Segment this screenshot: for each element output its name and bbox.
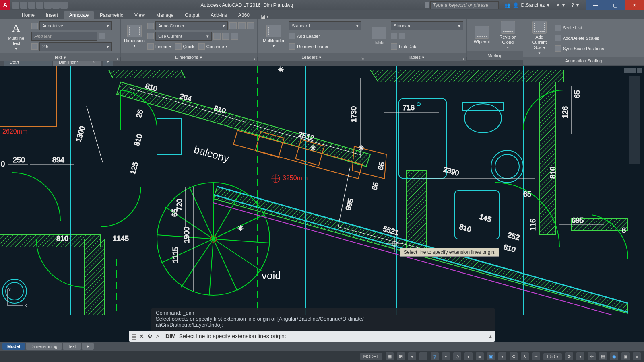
qat-print-icon[interactable] [44, 2, 52, 9]
ribbon-minimize-button[interactable]: ◪ ▾ [261, 14, 269, 19]
tab-output[interactable]: Output [179, 11, 205, 19]
link-data-button[interactable]: Link Data [399, 44, 417, 49]
drag-handle-icon[interactable] [132, 333, 136, 340]
layout-tab-text[interactable]: Text [63, 343, 80, 350]
dim-override-1-button[interactable] [229, 22, 237, 29]
use-current-dropdown[interactable]: Use Current▾ [155, 32, 212, 41]
exchange-apps[interactable]: ✕▾ [553, 2, 568, 8]
isolate-icon[interactable]: ✢ [588, 352, 596, 360]
cycling-icon[interactable]: ⟲ [510, 352, 518, 360]
anno-scale-icon[interactable]: ⅄ [521, 352, 529, 360]
dim-break-button[interactable] [213, 33, 221, 40]
gear-icon[interactable]: ⚙ [565, 352, 573, 360]
osnap-icon[interactable]: ◇ [453, 352, 461, 360]
continue-button[interactable]: Continue [206, 44, 224, 49]
lineweight-icon[interactable]: ≡ [476, 352, 484, 360]
recent-commands-icon[interactable]: ⚙ [147, 333, 153, 339]
anno-visibility-icon[interactable]: ✳ [532, 352, 540, 360]
minimize-button[interactable]: — [586, 0, 605, 10]
dim-jog-button[interactable] [231, 33, 238, 40]
dim-override-3-button[interactable] [247, 22, 254, 29]
linear-button[interactable]: Linear [155, 44, 168, 49]
panel-title-text[interactable]: Text▼↘ [0, 53, 120, 61]
layout-tab-model[interactable]: Model [2, 343, 25, 350]
add-delete-scales-button[interactable]: Add/Delete Scales [563, 36, 599, 41]
help-icon: ? [571, 2, 574, 8]
hardware-accel-icon[interactable]: ▤ [599, 352, 607, 360]
tab-addins[interactable]: Add-ins [205, 11, 233, 19]
extract-data-button[interactable] [391, 33, 397, 39]
app-logo[interactable]: A [0, 0, 10, 10]
qat-redo-icon[interactable] [60, 2, 68, 9]
quick-button[interactable]: Quick [183, 44, 194, 49]
qat-new-icon[interactable] [12, 2, 19, 9]
dim-override-2-button[interactable] [238, 22, 246, 29]
qat-save-icon[interactable] [28, 2, 35, 9]
tab-manage[interactable]: Manage [151, 11, 179, 19]
transparency-icon[interactable]: ▣ [487, 352, 495, 360]
panel-title-dimensions[interactable]: Dimensions▼↘ [121, 53, 257, 61]
close-button[interactable]: ✕ [625, 0, 644, 10]
units-icon[interactable]: ◉ [610, 352, 618, 360]
dim-space-button[interactable] [222, 33, 229, 40]
wipeout-button[interactable]: Wipeout [470, 26, 494, 45]
dimension-button[interactable]: Dimension ▼ [124, 25, 145, 48]
panel-title-leaders[interactable]: Leaders▼↘ [258, 53, 366, 61]
svg-text:810: 810 [549, 167, 557, 179]
qat-open-icon[interactable] [20, 2, 27, 9]
search-icon[interactable] [99, 33, 105, 39]
chevron-down-icon[interactable]: ▾ [576, 352, 584, 360]
sync-scale-button[interactable]: Sync Scale Positions [563, 46, 604, 51]
chevron-down-icon[interactable]: ▾ [498, 352, 506, 360]
svg-text:695: 695 [572, 216, 584, 224]
clean-screen-icon[interactable]: ▣ [621, 352, 630, 360]
layout-tab-dimensioning[interactable]: Dimensioning [26, 343, 62, 350]
panel-title-tables[interactable]: Tables▼↘ [366, 53, 466, 61]
tab-annotate[interactable]: Annotate [64, 11, 94, 19]
qat-saveas-icon[interactable] [36, 2, 43, 9]
dimstyle-dropdown[interactable]: Anno Courier▾ [155, 21, 228, 30]
chevron-down-icon[interactable]: ▾ [464, 352, 473, 360]
command-line[interactable]: ✕ ⚙ >_ DIM Select line to specify extens… [129, 331, 495, 342]
chevron-up-icon[interactable]: ▴ [489, 333, 492, 339]
tab-view[interactable]: View [129, 11, 151, 19]
svg-marker-9 [407, 171, 427, 255]
qat-undo-icon[interactable] [52, 2, 60, 9]
add-leader-button[interactable]: Add Leader [297, 34, 320, 39]
text-height-dropdown[interactable]: 2.5▾ [39, 42, 112, 51]
add-current-scale-button[interactable]: Add Current Scale▼ [526, 21, 552, 55]
revision-cloud-button[interactable]: Revision Cloud▼ [496, 21, 520, 50]
grid-icon[interactable]: ▦ [386, 352, 394, 360]
scale-list-button[interactable]: Scale List [563, 25, 582, 30]
table-button[interactable]: Table [369, 27, 388, 45]
leader-style-dropdown[interactable]: Standard▾ [289, 21, 361, 30]
annotation-scale-dropdown[interactable]: 1:50 ▾ [543, 353, 562, 360]
chevron-down-icon: ▼ [14, 47, 18, 51]
tab-a360[interactable]: A360 [233, 11, 255, 19]
polar-icon[interactable]: ◎ [431, 352, 439, 360]
close-icon[interactable]: ✕ [139, 333, 144, 339]
snap-dropdown-icon[interactable]: ▾ [408, 352, 416, 360]
multiline-text-button[interactable]: A Multiline Text ▼ [3, 21, 29, 51]
tab-insert[interactable]: Insert [40, 11, 64, 19]
multileader-button[interactable]: Multileader ▼ [261, 25, 287, 48]
table-style-dropdown[interactable]: Standard▾ [391, 21, 463, 30]
model-space-button[interactable]: MODEL [360, 353, 382, 360]
text-style-dropdown[interactable]: Annotative▾ [39, 21, 112, 30]
help-menu[interactable]: ?▾ [568, 2, 582, 8]
account-menu[interactable]: 👥 👤 D.Sanchez ▾ [501, 2, 553, 8]
ortho-icon[interactable]: ∟ [419, 352, 427, 360]
download-source-button[interactable] [399, 33, 405, 39]
find-text-input[interactable]: Find text [31, 32, 97, 41]
tab-home[interactable]: Home [16, 11, 40, 19]
svg-text:1900: 1900 [183, 227, 191, 243]
layout-tab-add[interactable]: + [82, 343, 94, 350]
chevron-down-icon[interactable]: ▾ [442, 352, 450, 360]
maximize-button[interactable]: ▢ [605, 0, 625, 10]
customization-icon[interactable]: ≡ [633, 352, 641, 360]
search-input[interactable]: Type a keyword or phrase [430, 1, 499, 9]
drawing-canvas[interactable]: 810 264 810 2512 716 1730 65 126 250 894… [0, 66, 644, 342]
tab-parametric[interactable]: Parametric [94, 11, 129, 19]
remove-leader-button[interactable]: Remove Leader [297, 44, 328, 49]
snapmode-icon[interactable]: ⊞ [397, 352, 405, 360]
